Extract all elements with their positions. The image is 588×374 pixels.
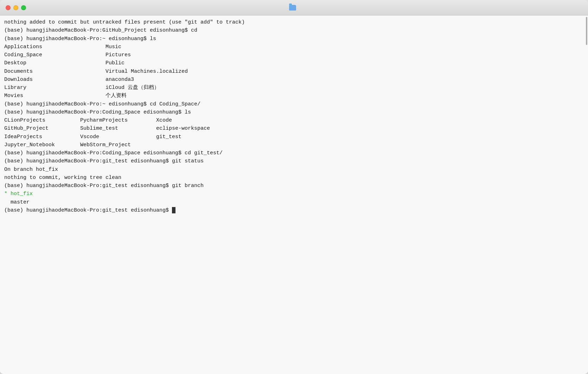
terminal-line: Movies 个人资料 xyxy=(4,92,584,100)
folder-icon xyxy=(289,5,296,11)
terminal-line: GitHub_Project Sublime_test eclipse-work… xyxy=(4,124,584,133)
terminal-line: Library iCloud 云盘（归档） xyxy=(4,84,584,92)
scrollbar-track[interactable] xyxy=(585,15,588,374)
scrollbar-thumb[interactable] xyxy=(586,17,587,45)
terminal-body[interactable]: nothing added to commit but untracked fi… xyxy=(0,15,588,374)
titlebar-center xyxy=(289,5,299,11)
terminal-line: (base) huangjihaodeMacBook-Pro:~ edisonh… xyxy=(4,35,584,43)
terminal-line: * hot_fix xyxy=(4,190,584,198)
titlebar xyxy=(0,0,588,15)
terminal-line: (base) huangjihaodeMacBook-Pro:git_test … xyxy=(4,206,584,214)
traffic-lights xyxy=(6,5,26,10)
terminal-line: IdeaProjects Vscode git_test xyxy=(4,133,584,141)
terminal-line: (base) huangjihaodeMacBook-Pro:Coding_Sp… xyxy=(4,149,584,157)
terminal-line: Documents Virtual Machines.localized xyxy=(4,67,584,76)
terminal-cursor xyxy=(172,207,175,213)
terminal-line: (base) huangjihaodeMacBook-Pro:git_test … xyxy=(4,182,584,190)
terminal-line: (base) huangjihaodeMacBook-Pro:git_test … xyxy=(4,157,584,165)
close-button[interactable] xyxy=(6,5,11,10)
minimize-button[interactable] xyxy=(13,5,18,10)
terminal-line: nothing added to commit but untracked fi… xyxy=(4,18,584,26)
terminal-line: (base) huangjihaodeMacBook-Pro:GitHub_Pr… xyxy=(4,26,584,34)
terminal-output: nothing added to commit but untracked fi… xyxy=(4,18,584,214)
terminal-line: Desktop Public xyxy=(4,59,584,67)
terminal-window: nothing added to commit but untracked fi… xyxy=(0,0,588,374)
terminal-line: nothing to commit, working tree clean xyxy=(4,174,584,182)
terminal-line: master xyxy=(4,198,584,206)
terminal-line: Coding_Space Pictures xyxy=(4,51,584,59)
terminal-line: Applications Music xyxy=(4,43,584,51)
terminal-line: Downloads anaconda3 xyxy=(4,76,584,84)
terminal-line: Jupyter_Notebook WebStorm_Project xyxy=(4,141,584,149)
terminal-line: CLionProjects PycharmProjects Xcode xyxy=(4,116,584,124)
terminal-line: On branch hot_fix xyxy=(4,166,584,174)
maximize-button[interactable] xyxy=(21,5,26,10)
terminal-line: (base) huangjihaodeMacBook-Pro:~ edisonh… xyxy=(4,100,584,108)
terminal-line: (base) huangjihaodeMacBook-Pro:Coding_Sp… xyxy=(4,108,584,116)
